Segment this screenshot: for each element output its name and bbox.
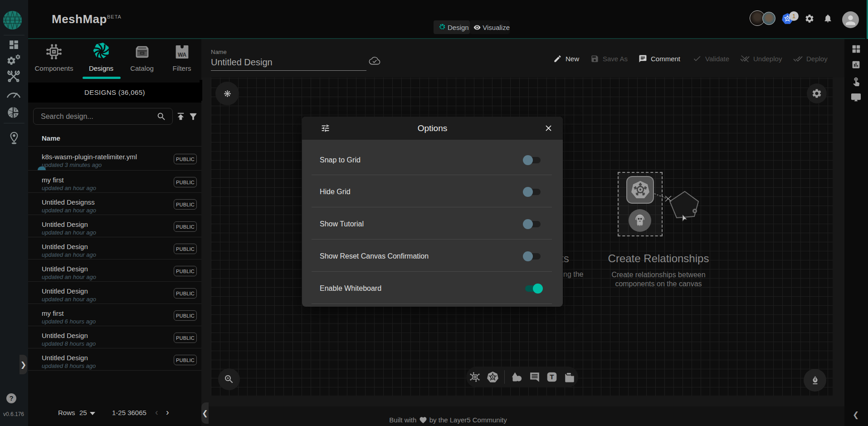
svg-text:T: T bbox=[550, 373, 554, 381]
